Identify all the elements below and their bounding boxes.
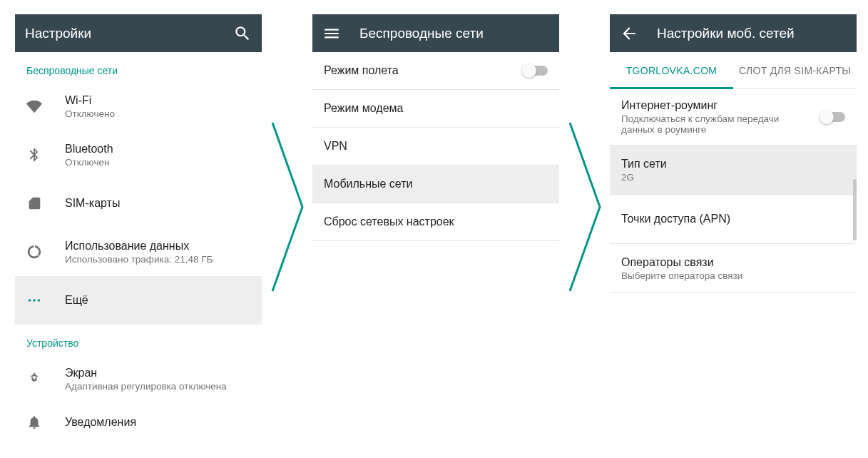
operators-sub: Выберите оператора связи bbox=[621, 270, 792, 281]
page-title: Беспроводные сети bbox=[359, 26, 484, 41]
arrow-2 bbox=[568, 121, 601, 292]
tab-sim2[interactable]: СЛОТ ДЛЯ SIM-КАРТЫ bbox=[733, 52, 857, 88]
appbar: Настройки bbox=[15, 14, 262, 52]
item-more[interactable]: Ещё bbox=[15, 276, 262, 325]
vpn-label: VPN bbox=[324, 140, 548, 153]
svg-point-2 bbox=[38, 299, 41, 302]
mobile-label: Мобильные сети bbox=[324, 178, 548, 190]
notifications-label: Уведомления bbox=[65, 416, 250, 429]
nettype-label: Тип сети bbox=[621, 158, 845, 171]
back-icon[interactable] bbox=[620, 24, 638, 43]
apn-label: Точки доступа (APN) bbox=[621, 213, 845, 225]
item-reset[interactable]: Сброс сетевых настроек bbox=[312, 203, 559, 240]
item-roaming[interactable]: Интернет-роуминг Подключаться к службам … bbox=[610, 89, 857, 145]
item-vpn[interactable]: VPN bbox=[312, 128, 559, 165]
scrollbar[interactable] bbox=[853, 179, 857, 240]
sim-tabs: TGORLOVKA.COM СЛОТ ДЛЯ SIM-КАРТЫ bbox=[610, 52, 857, 89]
item-display[interactable]: Экран Адаптивная регулировка отключена bbox=[15, 355, 262, 403]
bluetooth-sub: Отключен bbox=[65, 157, 250, 168]
bluetooth-icon bbox=[26, 147, 65, 163]
page-title: Настройки моб. сетей bbox=[657, 26, 795, 41]
display-label: Экран bbox=[65, 367, 250, 380]
item-airplane[interactable]: Режим полета bbox=[312, 52, 559, 89]
arrow-1 bbox=[271, 121, 304, 292]
airplane-toggle[interactable] bbox=[524, 66, 548, 76]
screen-wireless: Беспроводные сети Режим полета Режим мод… bbox=[312, 14, 559, 439]
section-device: Устройство bbox=[15, 325, 262, 355]
operators-label: Операторы связи bbox=[621, 256, 845, 269]
item-apn[interactable]: Точки доступа (APN) bbox=[610, 195, 857, 243]
screen-settings: Настройки Беспроводные сети Wi-Fi Отключ… bbox=[15, 14, 262, 439]
item-sim[interactable]: SIM-карты bbox=[15, 179, 262, 228]
nettype-sub: 2G bbox=[621, 172, 792, 183]
item-data-usage[interactable]: Использование данных Использовано трафик… bbox=[15, 228, 262, 276]
notifications-icon bbox=[26, 414, 65, 430]
tether-label: Режим модема bbox=[324, 102, 548, 115]
data-sub: Использовано трафика: 21,48 ГБ bbox=[65, 254, 250, 265]
wifi-icon bbox=[26, 98, 65, 114]
roaming-toggle[interactable] bbox=[821, 112, 845, 122]
item-wifi[interactable]: Wi-Fi Отключено bbox=[15, 82, 262, 131]
reset-label: Сброс сетевых настроек bbox=[324, 215, 548, 228]
item-tether[interactable]: Режим модема bbox=[312, 90, 559, 127]
svg-point-1 bbox=[33, 299, 36, 302]
data-usage-icon bbox=[26, 244, 65, 260]
page-title: Настройки bbox=[25, 26, 91, 41]
wifi-label: Wi-Fi bbox=[65, 94, 250, 107]
bluetooth-label: Bluetooth bbox=[65, 143, 250, 156]
roaming-label: Интернет-роуминг bbox=[621, 99, 821, 112]
appbar: Беспроводные сети bbox=[312, 14, 559, 52]
item-network-type[interactable]: Тип сети 2G bbox=[610, 146, 857, 194]
search-icon[interactable] bbox=[233, 24, 252, 43]
airplane-label: Режим полета bbox=[324, 64, 524, 77]
display-sub: Адаптивная регулировка отключена bbox=[65, 381, 250, 392]
item-bluetooth[interactable]: Bluetooth Отключен bbox=[15, 131, 262, 179]
item-operators[interactable]: Операторы связи Выберите оператора связи bbox=[610, 244, 857, 292]
item-mobile-networks[interactable]: Мобильные сети bbox=[312, 166, 559, 203]
appbar: Настройки моб. сетей bbox=[610, 14, 857, 52]
more-icon bbox=[26, 292, 65, 308]
menu-icon[interactable] bbox=[322, 24, 341, 43]
roaming-sub: Подключаться к службам передачи данных в… bbox=[621, 113, 792, 135]
tab-sim1[interactable]: TGORLOVKA.COM bbox=[610, 52, 733, 88]
svg-point-0 bbox=[29, 299, 31, 302]
display-icon bbox=[26, 371, 65, 387]
section-wireless: Беспроводные сети bbox=[15, 52, 262, 82]
item-notifications[interactable]: Уведомления bbox=[15, 403, 262, 432]
data-label: Использование данных bbox=[65, 240, 250, 253]
sim-icon bbox=[26, 195, 65, 211]
more-label: Ещё bbox=[65, 294, 250, 307]
screen-mobile-networks: Настройки моб. сетей TGORLOVKA.COM СЛОТ … bbox=[610, 14, 857, 439]
sim-label: SIM-карты bbox=[65, 197, 250, 210]
wifi-sub: Отключено bbox=[65, 108, 250, 119]
